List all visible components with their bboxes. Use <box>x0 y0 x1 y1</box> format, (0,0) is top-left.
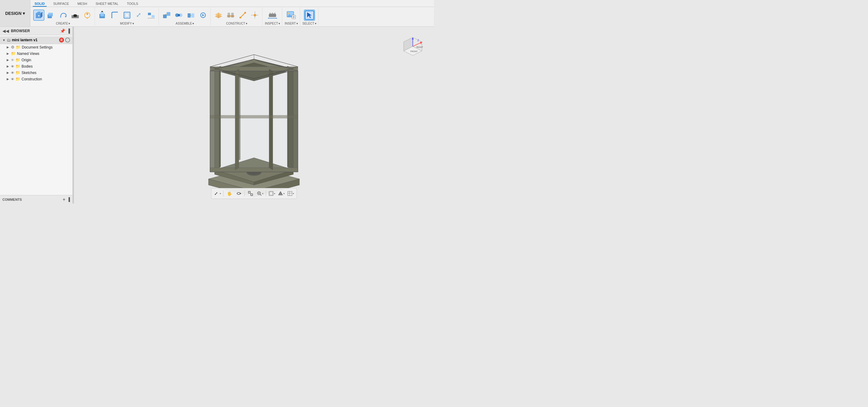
bottom-orbit-button[interactable] <box>235 189 243 198</box>
svg-rect-58 <box>287 11 294 17</box>
assemble-group-label: ASSEMBLE ▾ <box>176 22 194 25</box>
offset-plane-button[interactable] <box>213 10 224 21</box>
comments-add-button[interactable]: + <box>62 197 65 202</box>
tab-surface[interactable]: SURFACE <box>52 1 71 7</box>
doc-settings-arrow: ▶ <box>6 46 10 49</box>
svg-text:FRONT: FRONT <box>410 50 418 53</box>
svg-rect-32 <box>191 13 194 18</box>
tree-item-root[interactable]: ▼ 🗂 mini lantern v1 R <box>0 36 72 44</box>
bottom-display-button[interactable]: ▾ <box>268 189 276 198</box>
new-component-button[interactable] <box>33 10 44 21</box>
root-label: mini lantern v1 <box>12 38 58 42</box>
sketches-label: Sketches <box>22 71 36 75</box>
sketches-eye-icon[interactable]: 👁 <box>11 71 14 75</box>
bottom-toolbar: ⤢ ▾ 🖐 <box>211 188 297 199</box>
tree-item-doc-settings[interactable]: ▶ ⚙ 📁 Document Settings <box>0 44 72 50</box>
tree-item-construction[interactable]: ▶ 👁 📁 Construction <box>0 76 72 82</box>
main-toolbar: DESIGN ▾ SOLID SURFACE MESH SHEET METAL … <box>0 0 434 27</box>
construction-label: Construction <box>22 77 42 81</box>
tab-mesh[interactable]: MESH <box>76 1 89 7</box>
tree-item-named-views[interactable]: ▶ 📁 Named Views <box>0 50 72 57</box>
comments-label: COMMENTS <box>2 198 22 201</box>
tree-item-origin[interactable]: ▶ 👁 📁 Origin <box>0 57 72 63</box>
move-button[interactable]: ⤢ <box>134 10 145 21</box>
svg-text:⤢: ⤢ <box>214 191 218 196</box>
hole-button[interactable] <box>70 10 81 21</box>
inspect-icons <box>267 8 278 22</box>
svg-marker-39 <box>227 15 234 17</box>
svg-point-13 <box>85 12 90 18</box>
extrude-button[interactable] <box>45 10 56 21</box>
tree-item-bodies[interactable]: ▶ 👁 📁 Bodies <box>0 63 72 69</box>
svg-line-123 <box>250 192 251 195</box>
fillet-button[interactable] <box>110 10 120 21</box>
svg-point-28 <box>175 13 179 17</box>
svg-line-27 <box>165 14 167 14</box>
new-component-assemble-button[interactable] <box>161 10 172 21</box>
bodies-eye-icon[interactable]: 👁 <box>11 65 14 68</box>
revolve-button[interactable] <box>58 10 68 21</box>
tab-solid[interactable]: SOLID <box>33 1 47 7</box>
measure-button[interactable] <box>267 10 278 21</box>
svg-marker-2 <box>41 11 42 18</box>
midplane-button[interactable] <box>225 10 236 21</box>
design-label: DESIGN <box>5 11 22 16</box>
drive-joints-button[interactable] <box>197 10 209 21</box>
svg-point-12 <box>86 13 88 15</box>
svg-marker-1 <box>36 11 41 13</box>
joint-button[interactable] <box>173 10 184 21</box>
press-pull-button[interactable] <box>97 10 108 21</box>
point-button[interactable] <box>249 10 260 21</box>
more-create-button[interactable]: ✦ <box>82 10 93 21</box>
axis-button[interactable] <box>237 10 248 21</box>
design-button[interactable]: DESIGN ▾ <box>0 0 30 26</box>
comments-resize-icon[interactable]: ▐ <box>67 197 70 202</box>
as-built-joint-button[interactable] <box>185 10 196 21</box>
named-views-folder-icon: 📁 <box>11 51 16 56</box>
svg-marker-131 <box>278 195 282 196</box>
bottom-visual-button[interactable]: ▾ <box>277 189 285 198</box>
root-badge-circle <box>65 38 70 42</box>
svg-point-29 <box>179 13 182 17</box>
bottom-zoom-fit-button[interactable] <box>246 189 255 198</box>
bottom-zoom-button[interactable]: ▾ <box>256 189 264 198</box>
svg-marker-37 <box>215 13 222 17</box>
insert-image-button[interactable] <box>286 10 297 21</box>
svg-marker-65 <box>307 12 312 18</box>
svg-text:X: X <box>420 42 422 45</box>
origin-eye-icon[interactable]: 👁 <box>11 58 14 62</box>
shell-button[interactable] <box>122 10 132 21</box>
construct-icons <box>213 8 260 22</box>
tab-tools[interactable]: TOOLS <box>125 1 140 7</box>
bottom-grid-button[interactable]: ▾ <box>286 189 295 198</box>
view-cube[interactable]: Z X FRONT RIGHT <box>401 36 425 60</box>
svg-rect-122 <box>251 194 253 196</box>
svg-rect-9 <box>71 15 79 18</box>
canvas-area[interactable]: Z X FRONT RIGHT ⤢ ▾ 🖐 <box>74 27 434 204</box>
svg-point-30 <box>178 14 180 17</box>
insert-icons <box>286 8 297 22</box>
svg-rect-0 <box>36 13 41 18</box>
browser-resize-icon[interactable]: ▐ <box>67 29 70 33</box>
tree-item-sketches[interactable]: ▶ 👁 📁 Sketches <box>0 69 72 76</box>
svg-rect-31 <box>188 13 191 18</box>
select-icons <box>304 8 315 22</box>
svg-point-10 <box>73 14 77 16</box>
construction-eye-icon[interactable]: 👁 <box>11 77 14 81</box>
browser-pin-icon[interactable]: 📌 <box>60 29 65 33</box>
modify-icons: ⤢ <box>97 8 157 22</box>
svg-marker-35 <box>202 14 205 17</box>
collapse-browser-icon[interactable]: ◀◀ <box>2 29 9 33</box>
svg-point-60 <box>288 12 290 14</box>
modify-group: ⤢ MODIFY ▾ <box>95 7 159 26</box>
select-button[interactable] <box>304 10 315 21</box>
doc-settings-gear-icon: ⚙ <box>11 45 14 50</box>
svg-point-120 <box>240 193 241 194</box>
toolbar-groups: ✦ CREATE ▾ <box>30 7 434 26</box>
svg-rect-121 <box>249 192 250 193</box>
bottom-pan-button[interactable]: 🖐 <box>225 189 234 198</box>
tab-sheet-metal[interactable]: SHEET METAL <box>94 1 120 7</box>
create-group: ✦ CREATE ▾ <box>32 7 95 26</box>
bottom-transform-button[interactable]: ⤢ ▾ <box>213 189 222 198</box>
align-button[interactable] <box>146 10 157 21</box>
